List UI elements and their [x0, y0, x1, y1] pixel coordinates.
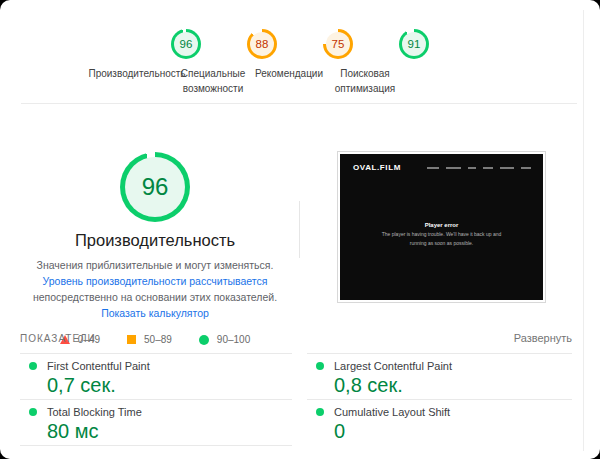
expand-metrics-link[interactable]: Развернуть [514, 332, 572, 344]
category-accessibility[interactable]: 88 Специальные возможности [236, 29, 288, 96]
metric-name: First Contentful Paint [47, 360, 150, 372]
metric-value: 0 [334, 420, 572, 442]
performance-title: Производительность [20, 231, 290, 250]
metric-name: Cumulative Layout Shift [334, 406, 450, 418]
metrics-section-label: ПОКАЗАТЕЛИ [20, 333, 96, 344]
pass-dot-icon [316, 362, 324, 370]
gauge-score: 75 [323, 29, 353, 59]
player-error-message: Player error The player is having troubl… [340, 222, 543, 247]
metric-name: Largest Contentful Paint [334, 360, 452, 372]
accessibility-score-gauge[interactable]: 88 [247, 29, 277, 59]
nav-item-bar [500, 167, 514, 169]
gauge-score: 91 [399, 29, 429, 59]
category-label[interactable]: Поисковая оптимизация [290, 66, 440, 96]
column-divider [299, 201, 300, 258]
metric-first-contentful-paint: First Contentful Paint 0,7 сек. [20, 353, 292, 399]
metric-value: 0,8 сек. [334, 374, 572, 396]
metric-largest-contentful-paint: Largest Contentful Paint 0,8 сек. [307, 353, 572, 399]
metrics-grid: First Contentful Paint 0,7 сек. Largest … [20, 353, 572, 446]
scoring-calculation-link[interactable]: Уровень производительности рассчитываетс… [43, 275, 268, 287]
metric-name: Total Blocking Time [47, 406, 142, 418]
screenshot-content: OVAL.FILM Player error The player is hav… [340, 154, 543, 300]
show-calculator-link[interactable]: Показать калькулятор [101, 307, 209, 319]
metric-header: Largest Contentful Paint [316, 360, 572, 372]
section-divider [21, 103, 577, 104]
metrics-section: ПОКАЗАТЕЛИ Развернуть First Contentful P… [20, 332, 572, 446]
metric-header: Cumulative Layout Shift [316, 406, 572, 418]
player-error-text: The player is having trouble. We'll have… [381, 230, 503, 247]
screenshot-site-header: OVAL.FILM [340, 154, 543, 172]
pass-dot-icon [29, 362, 37, 370]
performance-main-gauge[interactable]: 96 [120, 152, 190, 222]
nav-item-bar [521, 167, 531, 169]
site-logo: OVAL.FILM [353, 163, 401, 172]
performance-description: Значения приблизительные и могут изменят… [20, 257, 290, 321]
metric-header: First Contentful Paint [29, 360, 292, 372]
best-practices-score-gauge[interactable]: 75 [323, 29, 353, 59]
metric-header: Total Blocking Time [29, 406, 292, 418]
metric-total-blocking-time: Total Blocking Time 80 мс [20, 399, 292, 446]
description-text: непосредственно на основании этих показа… [33, 291, 277, 303]
metrics-header: ПОКАЗАТЕЛИ Развернуть [20, 332, 572, 345]
nav-item-bar [468, 167, 476, 169]
category-seo[interactable]: 91 Поисковая оптимизация [388, 29, 440, 96]
description-text: Значения приблизительные и могут изменят… [37, 259, 274, 271]
category-summary: 96 Производительность 88 Специальные воз… [0, 29, 600, 96]
report-card: 96 Производительность 88 Специальные воз… [0, 0, 600, 459]
metric-value: 80 мс [47, 420, 292, 442]
pass-dot-icon [29, 408, 37, 416]
nav-item-bar [427, 167, 439, 169]
performance-score-gauge[interactable]: 96 [171, 29, 201, 59]
site-nav [427, 167, 531, 169]
gauge-score: 88 [247, 29, 277, 59]
seo-score-gauge[interactable]: 91 [399, 29, 429, 59]
nav-item-bar [483, 167, 493, 169]
gauge-score: 96 [171, 29, 201, 59]
metric-cumulative-layout-shift: Cumulative Layout Shift 0 [307, 399, 572, 446]
performance-section: 96 Производительность Значения приблизит… [20, 152, 290, 345]
gauge-score: 96 [120, 152, 190, 222]
metric-value: 0,7 сек. [47, 374, 292, 396]
player-error-title: Player error [340, 222, 543, 228]
nav-item-bar [446, 167, 461, 169]
page-screenshot-thumbnail[interactable]: OVAL.FILM Player error The player is hav… [337, 151, 546, 303]
pass-dot-icon [316, 408, 324, 416]
